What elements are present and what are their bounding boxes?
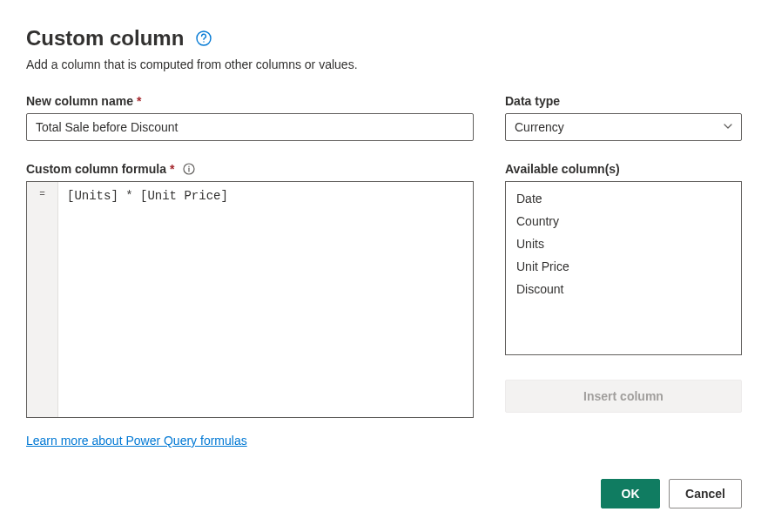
learn-more-link[interactable]: Learn more about Power Query formulas [26,434,247,448]
formula-label-text: Custom column formula [26,162,166,176]
formula-label: Custom column formula * [26,162,474,176]
formula-editor[interactable]: = [Units] * [Unit Price] [26,181,474,418]
svg-point-3 [189,166,190,167]
list-item[interactable]: Unit Price [506,255,741,278]
formula-gutter: = [27,182,58,417]
svg-point-1 [204,41,205,42]
required-asterisk: * [137,94,141,108]
dialog-footer: OK Cancel [26,479,742,508]
list-item[interactable]: Units [506,232,741,255]
cancel-button[interactable]: Cancel [669,479,742,508]
formula-code[interactable]: [Units] * [Unit Price] [58,182,473,417]
new-column-name-label: New column name * [26,94,474,108]
formula-row: Custom column formula * = [Units] * [Uni… [26,141,742,448]
top-fields-row: New column name * Data type [26,94,742,141]
available-columns-label: Available column(s) [505,162,742,176]
dialog-title: Custom column [26,26,742,51]
new-column-name-label-text: New column name [26,94,133,108]
info-icon[interactable] [183,163,195,175]
data-type-label: Data type [505,94,742,108]
insert-column-button[interactable]: Insert column [505,380,742,413]
available-columns-list[interactable]: Date Country Units Unit Price Discount [505,181,742,355]
dialog-title-text: Custom column [26,26,184,51]
required-asterisk: * [170,162,174,176]
ok-button[interactable]: OK [601,479,660,508]
data-type-select[interactable] [505,113,742,141]
new-column-name-input[interactable] [26,113,474,141]
list-item[interactable]: Date [506,187,741,210]
help-icon[interactable] [196,30,212,46]
dialog-subtitle: Add a column that is computed from other… [26,57,742,71]
list-item[interactable]: Country [506,210,741,232]
list-item[interactable]: Discount [506,278,741,300]
